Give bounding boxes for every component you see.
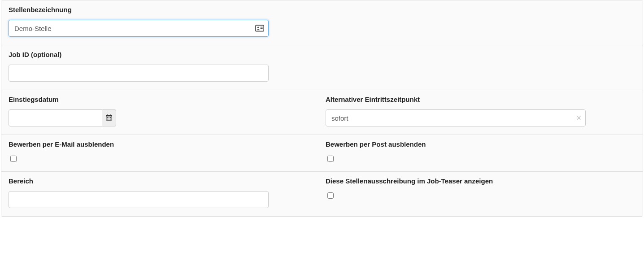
alt-start-label: Alternativer Eintrittszeitpunkt <box>326 96 635 103</box>
svg-point-1 <box>257 27 259 29</box>
job-title-label: Stellenbezeichnung <box>9 6 635 13</box>
section-job-id: Job ID (optional) <box>1 45 643 90</box>
hide-email-label: Bewerben per E-Mail ausblenden <box>9 140 318 148</box>
clear-icon[interactable]: × <box>576 114 581 122</box>
job-id-input[interactable] <box>9 65 269 82</box>
section-dates: Einstiegsdatum <box>1 90 643 135</box>
alt-start-input[interactable] <box>326 109 586 126</box>
svg-rect-9 <box>109 117 109 118</box>
contact-card-icon <box>255 25 264 32</box>
svg-rect-11 <box>107 118 108 119</box>
job-title-input[interactable] <box>9 20 269 37</box>
start-date-input[interactable] <box>9 109 102 126</box>
svg-rect-5 <box>106 115 112 116</box>
hide-post-label: Bewerben per Post ausblenden <box>326 140 635 148</box>
hide-post-checkbox[interactable] <box>327 156 334 162</box>
svg-rect-13 <box>110 118 111 119</box>
job-id-label: Job ID (optional) <box>9 51 635 58</box>
svg-rect-6 <box>108 114 108 116</box>
svg-rect-8 <box>107 117 108 118</box>
show-teaser-label: Diese Stellenausschreibung im Job-Teaser… <box>326 177 635 185</box>
area-label: Bereich <box>9 177 318 185</box>
calendar-icon <box>106 114 112 122</box>
section-area-teaser: Bereich Diese Stellenausschreibung im Jo… <box>1 172 643 216</box>
hide-email-checkbox[interactable] <box>10 156 17 162</box>
area-input[interactable] <box>9 191 269 208</box>
svg-rect-12 <box>109 118 109 119</box>
svg-rect-10 <box>110 117 111 118</box>
start-date-label: Einstiegsdatum <box>9 96 318 103</box>
section-hide-apply: Bewerben per E-Mail ausblenden Bewerben … <box>1 135 643 172</box>
svg-rect-7 <box>110 114 110 116</box>
section-job-title: Stellenbezeichnung <box>1 0 643 45</box>
calendar-button[interactable] <box>102 109 116 126</box>
show-teaser-checkbox[interactable] <box>327 192 334 199</box>
